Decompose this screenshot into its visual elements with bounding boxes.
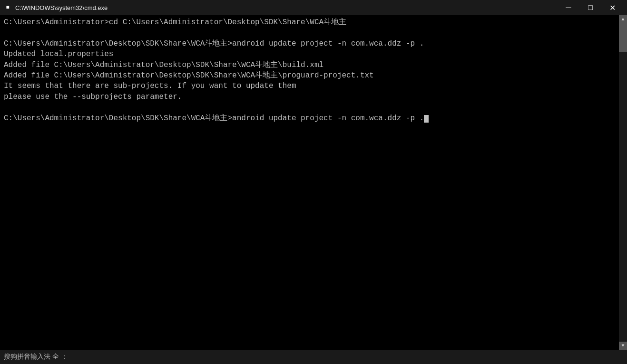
cmd-window: ■ C:\WINDOWS\system32\cmd.exe ─ □ ✕ C:\U… — [0, 0, 627, 364]
scrollbar-down-button[interactable]: ▼ — [619, 342, 627, 350]
status-bar: 搜狗拼音输入法 全 ： — [0, 350, 627, 364]
ime-status: 搜狗拼音输入法 全 ： — [4, 353, 68, 361]
cursor — [424, 115, 429, 123]
terminal-output[interactable]: C:\Users\Administrator>cd C:\Users\Admin… — [0, 15, 619, 350]
window-controls: ─ □ ✕ — [558, 0, 623, 15]
title-bar-left: ■ C:\WINDOWS\system32\cmd.exe — [4, 4, 108, 11]
scrollbar-up-button[interactable]: ▲ — [619, 15, 627, 23]
content-area: C:\Users\Administrator>cd C:\Users\Admin… — [0, 15, 627, 350]
minimize-button[interactable]: ─ — [558, 0, 579, 15]
scrollbar-thumb[interactable] — [619, 23, 627, 52]
window-title: C:\WINDOWS\system32\cmd.exe — [15, 4, 108, 11]
maximize-button[interactable]: □ — [579, 0, 601, 15]
close-button[interactable]: ✕ — [601, 0, 623, 15]
scrollbar: ▲ ▼ — [619, 15, 627, 350]
scrollbar-track[interactable] — [619, 23, 627, 342]
title-bar: ■ C:\WINDOWS\system32\cmd.exe ─ □ ✕ — [0, 0, 627, 15]
cmd-icon: ■ — [4, 4, 11, 11]
